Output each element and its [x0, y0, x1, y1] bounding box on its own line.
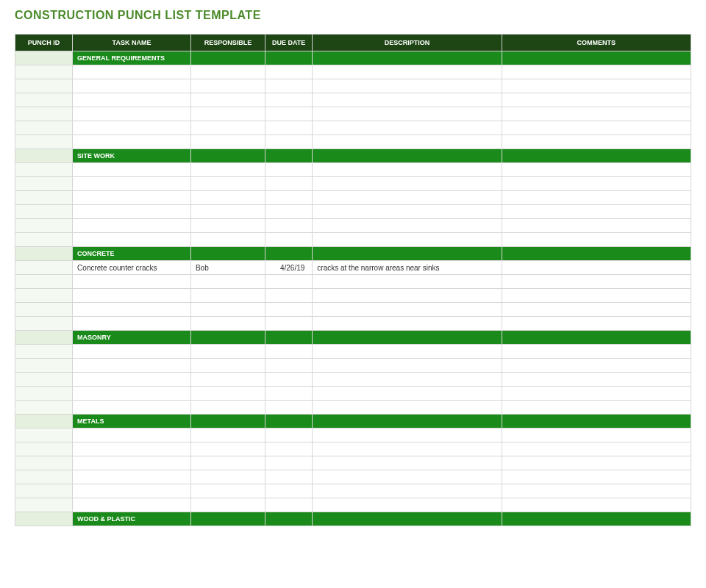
cell-comments[interactable] [502, 442, 691, 456]
cell-description[interactable] [313, 135, 502, 149]
cell-punch-id[interactable] [15, 401, 73, 415]
cell-task-name[interactable] [73, 177, 191, 191]
cell-description[interactable] [313, 387, 502, 401]
cell-due-date[interactable]: 4/26/19 [265, 261, 313, 275]
cell-comments[interactable] [502, 65, 691, 79]
cell-task-name[interactable] [73, 163, 191, 177]
cell-description[interactable] [313, 429, 502, 442]
cell-task-name[interactable] [73, 484, 191, 498]
cell-responsible[interactable] [190, 135, 265, 149]
cell-task-name[interactable] [73, 401, 191, 415]
section-punch-id-cell[interactable] [15, 247, 73, 261]
cell-due-date[interactable] [265, 93, 313, 107]
cell-description[interactable] [313, 219, 502, 233]
cell-due-date[interactable] [265, 79, 313, 93]
cell-description[interactable] [313, 442, 502, 456]
cell-punch-id[interactable] [15, 275, 73, 289]
cell-comments[interactable] [502, 373, 691, 387]
cell-punch-id[interactable] [15, 79, 73, 93]
cell-responsible[interactable] [190, 177, 265, 191]
cell-comments[interactable] [502, 498, 691, 512]
cell-task-name[interactable] [73, 219, 191, 233]
cell-description[interactable] [313, 275, 502, 289]
cell-punch-id[interactable] [15, 387, 73, 401]
cell-comments[interactable] [502, 135, 691, 149]
cell-punch-id[interactable] [15, 163, 73, 177]
cell-responsible[interactable] [190, 163, 265, 177]
cell-due-date[interactable] [265, 387, 313, 401]
cell-punch-id[interactable] [15, 289, 73, 303]
cell-responsible[interactable] [190, 205, 265, 219]
cell-responsible[interactable] [190, 470, 265, 484]
cell-task-name[interactable] [73, 121, 191, 135]
cell-due-date[interactable] [265, 177, 313, 191]
cell-due-date[interactable] [265, 345, 313, 359]
cell-punch-id[interactable] [15, 442, 73, 456]
cell-responsible[interactable] [190, 233, 265, 247]
cell-due-date[interactable] [265, 233, 313, 247]
cell-punch-id[interactable] [15, 177, 73, 191]
cell-punch-id[interactable] [15, 303, 73, 317]
cell-task-name[interactable] [73, 107, 191, 121]
cell-due-date[interactable] [265, 65, 313, 79]
cell-responsible[interactable] [190, 317, 265, 331]
cell-punch-id[interactable] [15, 135, 73, 149]
cell-description[interactable] [313, 470, 502, 484]
cell-task-name[interactable] [73, 65, 191, 79]
cell-comments[interactable] [502, 93, 691, 107]
cell-punch-id[interactable] [15, 470, 73, 484]
cell-due-date[interactable] [265, 191, 313, 205]
cell-due-date[interactable] [265, 135, 313, 149]
cell-comments[interactable] [502, 429, 691, 442]
cell-task-name[interactable] [73, 303, 191, 317]
cell-due-date[interactable] [265, 205, 313, 219]
cell-description[interactable] [313, 233, 502, 247]
cell-task-name[interactable] [73, 470, 191, 484]
cell-responsible[interactable] [190, 93, 265, 107]
cell-description[interactable] [313, 107, 502, 121]
cell-responsible[interactable] [190, 401, 265, 415]
cell-description[interactable] [313, 79, 502, 93]
cell-description[interactable] [313, 205, 502, 219]
cell-task-name[interactable] [73, 387, 191, 401]
cell-task-name[interactable] [73, 191, 191, 205]
cell-punch-id[interactable] [15, 359, 73, 373]
cell-comments[interactable] [502, 401, 691, 415]
cell-punch-id[interactable] [15, 498, 73, 512]
cell-task-name[interactable] [73, 93, 191, 107]
cell-responsible[interactable] [190, 79, 265, 93]
cell-task-name[interactable] [73, 135, 191, 149]
cell-description[interactable] [313, 303, 502, 317]
cell-task-name[interactable]: Concrete counter cracks [73, 261, 191, 275]
cell-task-name[interactable] [73, 289, 191, 303]
cell-due-date[interactable] [265, 121, 313, 135]
cell-punch-id[interactable] [15, 317, 73, 331]
cell-comments[interactable] [502, 387, 691, 401]
cell-task-name[interactable] [73, 317, 191, 331]
cell-due-date[interactable] [265, 442, 313, 456]
cell-due-date[interactable] [265, 470, 313, 484]
cell-punch-id[interactable] [15, 121, 73, 135]
cell-responsible[interactable] [190, 121, 265, 135]
cell-task-name[interactable] [73, 345, 191, 359]
cell-responsible[interactable] [190, 191, 265, 205]
section-punch-id-cell[interactable] [15, 512, 73, 526]
cell-due-date[interactable] [265, 219, 313, 233]
cell-due-date[interactable] [265, 107, 313, 121]
section-punch-id-cell[interactable] [15, 149, 73, 163]
section-punch-id-cell[interactable] [15, 51, 73, 65]
cell-comments[interactable] [502, 261, 691, 275]
cell-comments[interactable] [502, 233, 691, 247]
cell-comments[interactable] [502, 191, 691, 205]
section-punch-id-cell[interactable] [15, 331, 73, 345]
cell-description[interactable] [313, 163, 502, 177]
cell-description[interactable] [313, 191, 502, 205]
cell-punch-id[interactable] [15, 93, 73, 107]
cell-task-name[interactable] [73, 498, 191, 512]
cell-description[interactable] [313, 177, 502, 191]
cell-punch-id[interactable] [15, 219, 73, 233]
cell-task-name[interactable] [73, 456, 191, 470]
cell-comments[interactable] [502, 275, 691, 289]
cell-punch-id[interactable] [15, 429, 73, 442]
cell-responsible[interactable] [190, 429, 265, 442]
